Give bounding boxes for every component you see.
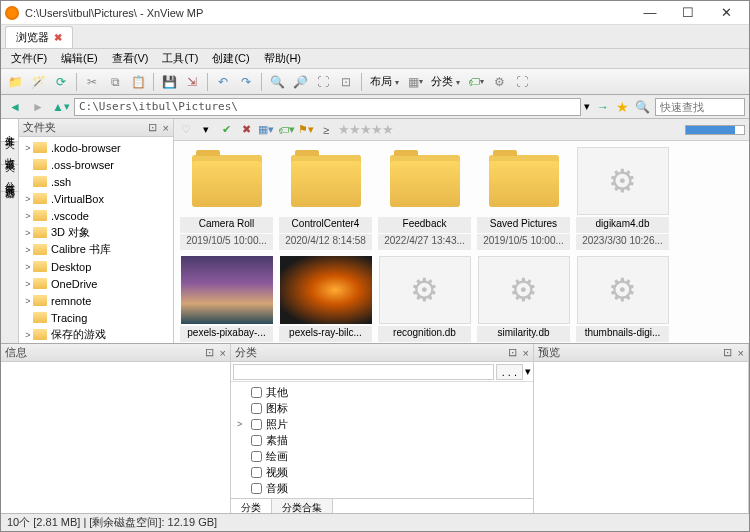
- up-button[interactable]: ▲▾: [51, 97, 71, 117]
- export-icon[interactable]: ⇲: [182, 72, 202, 92]
- tree-item[interactable]: >remnote: [19, 292, 173, 309]
- tree-item[interactable]: >.VirtualBox: [19, 190, 173, 207]
- menu-view[interactable]: 查看(V): [106, 49, 155, 68]
- heart-icon[interactable]: ♡: [178, 122, 194, 138]
- address-input[interactable]: [74, 98, 581, 116]
- tag2-icon[interactable]: 🏷▾: [278, 122, 294, 138]
- category-checkbox[interactable]: [251, 483, 262, 494]
- tree-item[interactable]: .oss-browser: [19, 156, 173, 173]
- browser-tab[interactable]: 浏览器 ✖: [5, 26, 73, 48]
- rating-stars[interactable]: ★★★★★: [338, 122, 393, 137]
- forward-button[interactable]: ►: [28, 97, 48, 117]
- pin-icon[interactable]: ⊡: [205, 346, 214, 359]
- side-tab-filter[interactable]: 分类筛选器: [1, 165, 18, 192]
- rotate-left-icon[interactable]: ↶: [213, 72, 233, 92]
- zoom-out-icon[interactable]: 🔎: [290, 72, 310, 92]
- category-checkbox[interactable]: [251, 451, 262, 462]
- close-button[interactable]: ✕: [707, 2, 745, 24]
- tree-item[interactable]: Tracing: [19, 309, 173, 326]
- tree-item[interactable]: >.vscode: [19, 207, 173, 224]
- uncheck-icon[interactable]: ✖: [238, 122, 254, 138]
- pin-icon[interactable]: ⊡: [508, 346, 517, 359]
- pin-icon[interactable]: ⊡: [148, 121, 157, 134]
- address-dropdown-icon[interactable]: ▾: [584, 100, 590, 113]
- category-item[interactable]: 视频: [237, 464, 527, 480]
- back-button[interactable]: ◄: [5, 97, 25, 117]
- view-mode-icon[interactable]: ▦▾: [405, 72, 425, 92]
- quick-search-input[interactable]: [655, 98, 745, 116]
- menu-file[interactable]: 文件(F): [5, 49, 53, 68]
- menu-edit[interactable]: 编辑(E): [55, 49, 104, 68]
- side-tab-favorites[interactable]: 收藏夹: [1, 142, 18, 165]
- tree-item[interactable]: >3D 对象: [19, 224, 173, 241]
- panel-close-icon[interactable]: ×: [220, 347, 226, 359]
- panel-close-icon[interactable]: ×: [163, 122, 169, 134]
- tab-close-icon[interactable]: ✖: [54, 32, 62, 43]
- pin-icon[interactable]: ⊡: [723, 346, 732, 359]
- folder-tree[interactable]: >.kodo-browser.oss-browser.ssh>.VirtualB…: [19, 137, 173, 343]
- side-tab-folders[interactable]: 文件夹: [1, 119, 18, 142]
- category-checkbox[interactable]: [251, 403, 262, 414]
- tree-item[interactable]: >Desktop: [19, 258, 173, 275]
- category-checkbox[interactable]: [251, 419, 262, 430]
- tree-item[interactable]: .ssh: [19, 173, 173, 190]
- search-icon[interactable]: 🔍: [632, 97, 652, 117]
- wizard-icon[interactable]: 🪄: [28, 72, 48, 92]
- zoom-fit-icon[interactable]: ⛶: [313, 72, 333, 92]
- category-filter-dropdown-icon[interactable]: ▾: [525, 365, 531, 378]
- sort-dropdown[interactable]: 分类 ▾: [428, 74, 463, 89]
- dropdown-icon[interactable]: ▾: [198, 122, 214, 138]
- favorite-icon[interactable]: ★: [616, 99, 629, 115]
- category-more-button[interactable]: . . .: [496, 364, 523, 380]
- panel-close-icon[interactable]: ×: [523, 347, 529, 359]
- copy-icon[interactable]: ⧉: [105, 72, 125, 92]
- category-item[interactable]: >照片: [237, 416, 527, 432]
- category-filter-input[interactable]: [233, 364, 494, 380]
- fullscreen-icon[interactable]: ⛶: [512, 72, 532, 92]
- zoom-actual-icon[interactable]: ⊡: [336, 72, 356, 92]
- menu-tools[interactable]: 工具(T): [156, 49, 204, 68]
- category-item[interactable]: 素描: [237, 432, 527, 448]
- panel-close-icon[interactable]: ×: [738, 347, 744, 359]
- filter-icon[interactable]: ≥: [318, 122, 334, 138]
- zoom-in-icon[interactable]: 🔍: [267, 72, 287, 92]
- open-icon[interactable]: 📁: [5, 72, 25, 92]
- reload-icon[interactable]: ⟳: [51, 72, 71, 92]
- category-item[interactable]: 其他: [237, 384, 527, 400]
- thumbnail-item[interactable]: ControlCenter42020/4/12 8:14:58: [277, 145, 374, 252]
- flag-icon[interactable]: ⚑▾: [298, 122, 314, 138]
- thumbnail-item[interactable]: ⚙thumbnails-digi...: [574, 254, 671, 343]
- tree-item[interactable]: >.kodo-browser: [19, 139, 173, 156]
- category-item[interactable]: 绘画: [237, 448, 527, 464]
- cat-tab-catset[interactable]: 分类合集: [272, 499, 333, 513]
- thumbnail-item[interactable]: Camera Roll2019/10/5 10:00...: [178, 145, 275, 252]
- rotate-right-icon[interactable]: ↷: [236, 72, 256, 92]
- paste-icon[interactable]: 📋: [128, 72, 148, 92]
- thumbnail-item[interactable]: ⚙recognition.db: [376, 254, 473, 343]
- thumbnail-grid[interactable]: Camera Roll2019/10/5 10:00...ControlCent…: [174, 141, 749, 343]
- thumbnail-item[interactable]: pexels-pixabay-...: [178, 254, 275, 343]
- check-icon[interactable]: ✔: [218, 122, 234, 138]
- tree-item[interactable]: >保存的游戏: [19, 326, 173, 343]
- thumbnail-item[interactable]: ⚙similarity.db: [475, 254, 572, 343]
- category-list[interactable]: 其他图标>照片素描绘画视频音频: [231, 382, 533, 498]
- layout-dropdown[interactable]: 布局 ▾: [367, 74, 402, 89]
- tree-item[interactable]: >OneDrive: [19, 275, 173, 292]
- grid-icon[interactable]: ▦▾: [258, 122, 274, 138]
- thumbnail-item[interactable]: Saved Pictures2019/10/5 10:00...: [475, 145, 572, 252]
- category-checkbox[interactable]: [251, 467, 262, 478]
- thumbnail-item[interactable]: ⚙digikam4.db2023/3/30 10:26...: [574, 145, 671, 252]
- thumbnail-item[interactable]: pexels-ray-bilc...: [277, 254, 374, 343]
- cat-tab-category[interactable]: 分类: [231, 499, 272, 513]
- tree-item[interactable]: >Calibre 书库: [19, 241, 173, 258]
- tag-icon[interactable]: 🏷▾: [466, 72, 486, 92]
- menu-create[interactable]: 创建(C): [206, 49, 255, 68]
- go-button[interactable]: →: [593, 97, 613, 117]
- category-checkbox[interactable]: [251, 387, 262, 398]
- category-item[interactable]: 音频: [237, 480, 527, 496]
- save-icon[interactable]: 💾: [159, 72, 179, 92]
- maximize-button[interactable]: ☐: [669, 2, 707, 24]
- settings-icon[interactable]: ⚙: [489, 72, 509, 92]
- category-checkbox[interactable]: [251, 435, 262, 446]
- menu-help[interactable]: 帮助(H): [258, 49, 307, 68]
